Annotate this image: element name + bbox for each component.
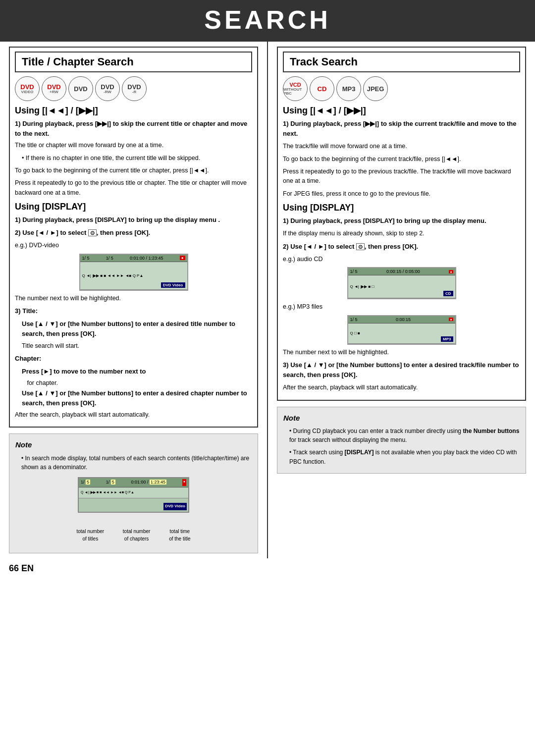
right-note-bullet2: • Track search using [DISPLAY] is not av… [289,448,520,466]
right-step3-text: After the search, playback will start au… [283,383,520,392]
right-display-step1: 1) During playback, press [DISPLAY] to b… [283,216,520,226]
right-step1-text1: The track/file will move forward one at … [283,142,520,151]
left-step1-bold-text: 1) During playback, press [▶▶|] to skip … [15,119,252,139]
right-section-border: Track Search VCD WITHOUT PBC CD MP3 [277,47,526,401]
left-chapter-text2-bold: Use [▲ / ▼] or [the Number buttons] to e… [22,388,252,408]
right-note-bold2: [DISPLAY] [345,449,374,456]
right-step1: 1) During playback, press [▶▶|] to skip … [283,119,520,139]
right-using-skip-heading: Using [|◄◄] / [▶▶|] [283,105,520,116]
right-section-title: Track Search [283,52,520,72]
left-display-step2: 2) Use [◄ / ►] to select ⊙, then press [… [15,228,252,238]
left-display-step2-bold: 2) Use [◄ / ►] to select ⊙, then press [… [15,228,252,238]
left-chapter-text1: Press [►] to move to the number next to … [22,367,252,388]
left-note-diagram: 1/ 5 1/ 5 0:01:00 / 1:23:45 ● Q ◄| |▶▶ ■… [77,477,191,543]
right-step1-text4: For JPEG files, press it once to go to t… [283,189,520,199]
left-note-screen-label: DVD Video [163,503,187,510]
label-total-time: total time of the title [169,528,190,543]
left-chapter-label: Chapter: [15,354,252,364]
left-note-screen-top: 1/ 5 1/ 5 0:01:00 / 1:23:45 ● [79,478,188,487]
right-screen-cd-top: 1/ 5 0:00:15 / 0:05:00 ● [348,268,455,275]
right-step1-text3: Press it repeatedly to go to the previou… [283,167,520,186]
label-total-titles: total number of titles [77,528,105,543]
left-step3-title-bold: Use [▲ / ▼] or [the Number buttons] to e… [22,319,252,339]
left-screen-mock: 1/ 5 1/ 5 0:01:00 / 1:23:45 ● Q ◄| |▶▶ ■… [79,254,188,291]
left-step3-title-text2: Title search will start. [22,341,252,351]
left-note-title: Note [15,439,252,450]
left-screen-top: 1/ 5 1/ 5 0:01:00 / 1:23:45 ● [80,255,187,262]
left-display-step1-bold: 1) During playback, press [DISPLAY] to b… [15,215,252,225]
left-chapter-text1-bold: Press [►] to move to the number next to [22,367,252,377]
left-step1-text1: The title or chapter will move forward b… [15,142,163,149]
right-column: Track Search VCD WITHOUT PBC CD MP3 [268,42,535,558]
left-display-step1: 1) During playback, press [DISPLAY] to b… [15,215,252,225]
left-step3-title-text: Use [▲ / ▼] or [the Number buttons] to e… [22,319,252,339]
left-step3: 3) Title: [15,306,252,316]
left-note-bullet: • In search mode display, total numbers … [21,454,252,472]
left-step3-title-label: 3) Title: [15,306,252,316]
right-display-step1-text: If the display menu is already shown, sk… [283,229,520,238]
right-screen-mp3: 1/ 5 0:00:15 ● Q □ ■ MP3 [347,315,456,345]
right-screen-cd-mid: Q ◄| |▶▶ ■ □ [348,275,455,298]
left-step3-chapter: Chapter: [15,354,252,364]
left-after-search: After the search, playback will start au… [15,410,252,420]
format-jpeg: JPEG [363,76,388,101]
format-dvd-video: DVD VIDEO [15,76,40,101]
format-dvd-minusrw: DVD -RW [95,76,120,101]
format-vcd: VCD WITHOUT PBC [283,76,308,101]
right-using-display-heading: Using [DISPLAY] [283,203,520,213]
right-display-step2-bold: 2) Use [◄ / ►] to select ⊙, then press [… [283,242,520,252]
left-screen-label: DVD Video [161,282,185,288]
page-number: 66 EN [9,563,34,573]
left-using-skip-heading: Using [|◄◄] / [▶▶|] [15,105,252,116]
page-footer: 66 EN [0,558,535,579]
format-dvd-minusr: DVD -R [122,76,147,101]
right-note-box: Note • During CD playback you can enter … [277,407,526,474]
left-using-display-heading: Using [DISPLAY] [15,202,252,212]
left-column: Title / Chapter Search DVD VIDEO DVD +RW… [0,42,267,558]
right-format-icons: VCD WITHOUT PBC CD MP3 JPEG [283,76,520,101]
page-header: SEARCH [0,0,535,42]
right-display-step2-eg2: e.g.) MP3 files [283,302,520,312]
right-screen-cd: 1/ 5 0:00:15 / 0:05:00 ● Q ◄| |▶▶ ■ □ CD [347,267,456,299]
format-mp3: MP3 [336,76,361,101]
format-cd: CD [310,76,334,101]
right-note-bold1: the Number buttons [463,428,519,434]
left-note-box: Note • In search mode display, total num… [9,433,258,553]
left-display-step2-eg: e.g.) DVD-video [15,241,252,250]
left-screen-below-text: The number next to will be highlighted. [15,294,252,303]
left-step1-text2: To go back to the beginning of the curre… [15,166,252,175]
right-display-step1-bold: 1) During playback, press [DISPLAY] to b… [283,216,520,226]
left-step1-bold: 1) During playback, press [▶▶|] to skip … [15,119,252,151]
main-content: Title / Chapter Search DVD VIDEO DVD +RW… [0,42,535,558]
left-section-title: Title / Chapter Search [15,52,252,72]
format-dvd: DVD [68,76,93,101]
label-total-chapters: total number of chapters [123,528,151,543]
right-screen-mp3-top: 1/ 5 0:00:15 ● [348,316,455,324]
left-step1-bullet: • If there is no chapter in one title, t… [22,154,252,163]
left-note-screen: 1/ 5 1/ 5 0:01:00 / 1:23:45 ● Q ◄| |▶▶ ■… [78,477,189,513]
right-display-step2-eg1: e.g.) audio CD [283,255,520,264]
right-note-bullet1: • During CD playback you can enter a tra… [289,427,520,445]
right-note-title: Note [283,412,520,424]
left-format-icons: DVD VIDEO DVD +RW DVD DVD [15,76,252,101]
right-step3-bold: 3) Use [▲ / ▼] or [the Number buttons] t… [283,360,520,380]
format-dvd-plusrw: DVD +RW [42,76,66,101]
page-title: SEARCH [0,5,535,35]
right-step1-bold: 1) During playback, press [▶▶|] to skip … [283,119,520,139]
left-note-screen-mid: Q ◄| |▶▶ ■ ■ ◄◄ ►► ◄■ Q P▲ [79,487,188,498]
right-screen-below-text: The number next to will be highlighted. [283,348,520,357]
left-diagram-labels: total number of titles total number of c… [77,528,191,543]
right-step1-text2: To go back to the beginning of the curre… [283,155,520,164]
left-section-border: Title / Chapter Search DVD VIDEO DVD +RW… [9,47,258,428]
right-screen-mp3-mid: Q □ ■ [348,324,455,344]
right-display-step2: 2) Use [◄ / ►] to select ⊙, then press [… [283,242,520,252]
page-wrapper: SEARCH Title / Chapter Search DVD VIDEO … [0,0,535,579]
right-step3: 3) Use [▲ / ▼] or [the Number buttons] t… [283,360,520,380]
right-screen-mp3-label: MP3 [441,336,453,342]
left-step1-text3: Press it repeatedly to go to the previou… [15,178,252,198]
right-screen-cd-label: CD [443,291,453,296]
left-chapter-text2: Use [▲ / ▼] or [the Number buttons] to e… [22,388,252,408]
